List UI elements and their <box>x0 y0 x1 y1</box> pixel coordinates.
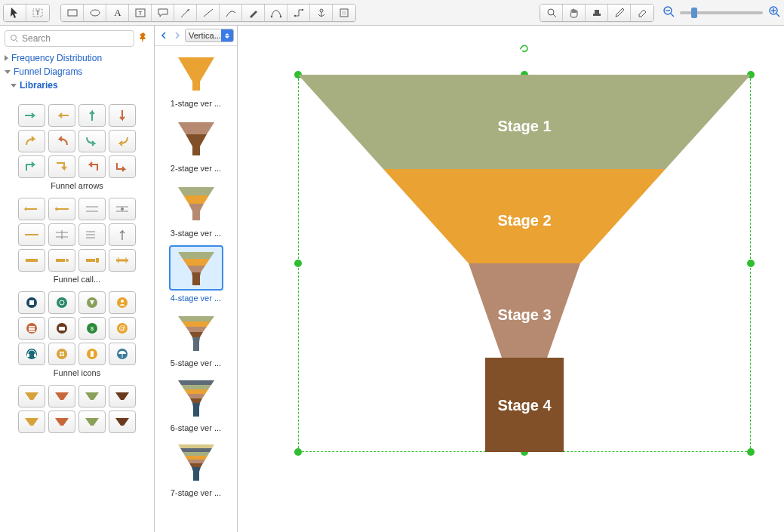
funnel-shape[interactable] <box>78 411 106 433</box>
connector-tool[interactable] <box>287 5 310 21</box>
anchor-tool[interactable] <box>310 5 333 21</box>
stamp-tool[interactable] <box>586 5 608 21</box>
zoom-tool[interactable] <box>540 5 563 21</box>
arrow-shape[interactable] <box>109 155 136 178</box>
zoom-in-button[interactable] <box>767 5 781 20</box>
arrow-shape[interactable] <box>18 130 45 152</box>
callout-tool[interactable] <box>152 5 174 21</box>
curve-tool[interactable] <box>220 5 242 21</box>
search-input[interactable]: Search <box>5 30 134 47</box>
chevron-right-icon <box>5 55 8 61</box>
icon-shape[interactable] <box>48 343 75 365</box>
icon-shape[interactable] <box>109 343 136 365</box>
icon-shape[interactable] <box>18 317 45 340</box>
rotate-handle[interactable] <box>519 43 530 54</box>
shape-label: 5-stage ver ... <box>159 358 232 367</box>
shape-5-stage[interactable]: 5-stage ver ... <box>159 310 232 367</box>
svg-rect-46 <box>86 259 95 262</box>
zoom-slider[interactable] <box>680 11 763 14</box>
select-chevrons-icon <box>221 29 233 42</box>
arrow-shape[interactable] <box>18 104 45 127</box>
text-select-tool[interactable]: T <box>26 5 49 21</box>
icon-shape[interactable] <box>18 291 45 314</box>
icon-shape[interactable]: $ <box>78 317 106 340</box>
callout-shape[interactable] <box>78 198 106 220</box>
text-tool[interactable]: A <box>106 5 129 21</box>
pointer-tool[interactable] <box>4 5 26 21</box>
line-tool[interactable] <box>197 5 220 21</box>
arrow-shape[interactable] <box>18 155 45 178</box>
callout-shape[interactable] <box>78 223 106 246</box>
icon-shape[interactable] <box>78 343 106 365</box>
arrow-shape[interactable] <box>78 104 106 127</box>
arrow-shape[interactable] <box>109 104 136 127</box>
shape-4-stage[interactable]: 4-stage ver ... <box>159 245 232 303</box>
shape-1-stage[interactable]: 1-stage ver ... <box>159 51 232 108</box>
svg-point-57 <box>121 300 124 303</box>
svg-marker-98 <box>187 266 205 272</box>
svg-line-27 <box>16 40 18 42</box>
callout-shape[interactable] <box>48 198 75 220</box>
eyedropper-tool[interactable] <box>608 5 631 21</box>
crop-tool[interactable] <box>333 5 355 21</box>
icon-shape[interactable] <box>18 343 45 365</box>
callout-shape[interactable] <box>109 223 136 246</box>
shape-2-stage[interactable]: 2-stage ver ... <box>159 115 232 173</box>
tree-frequency[interactable]: Frequency Distribution <box>3 51 151 65</box>
callout-shape[interactable] <box>78 249 106 272</box>
funnel-shape[interactable] <box>18 385 45 407</box>
funnel-shape[interactable] <box>109 411 136 433</box>
shape-7-stage[interactable]: 7-stage ver ... <box>159 440 232 497</box>
callout-shape[interactable] <box>18 223 45 246</box>
svg-rect-76 <box>91 351 94 357</box>
arrow-shape[interactable] <box>78 130 106 152</box>
svg-rect-95 <box>192 211 200 220</box>
textbox-tool[interactable]: T <box>129 5 152 21</box>
icon-shape[interactable]: @ <box>109 317 136 340</box>
zoom-out-button[interactable] <box>662 5 675 20</box>
funnel-shape[interactable] <box>48 411 75 433</box>
callout-shape[interactable] <box>48 249 75 272</box>
callout-shape[interactable] <box>48 223 75 246</box>
funnel-shape[interactable] <box>109 385 136 407</box>
drawing-canvas[interactable]: Stage 1 Stage 2 Stage 3 Stage 4 <box>238 26 784 532</box>
svg-marker-107 <box>178 380 214 385</box>
arrow-shape[interactable] <box>109 130 136 152</box>
hand-tool[interactable] <box>563 5 586 21</box>
forward-button[interactable] <box>171 29 183 42</box>
callout-shape[interactable] <box>109 198 136 220</box>
icon-shape[interactable] <box>48 291 75 314</box>
bezier-tool[interactable] <box>265 5 287 21</box>
icon-shape[interactable] <box>109 291 136 314</box>
callout-shape[interactable] <box>18 198 45 220</box>
funnel-chart[interactable]: Stage 1 Stage 2 Stage 3 Stage 4 <box>298 75 751 452</box>
svg-marker-119 <box>189 463 203 467</box>
chevron-down-icon <box>11 84 17 88</box>
ellipse-tool[interactable] <box>84 5 106 21</box>
icon-shape[interactable] <box>48 317 75 340</box>
svg-marker-112 <box>192 403 200 407</box>
shape-category-select[interactable]: Vertica... <box>185 29 234 42</box>
tree-libraries[interactable]: Libraries <box>3 78 151 92</box>
arrow-tool[interactable] <box>174 5 197 21</box>
pen-tool[interactable] <box>242 5 265 21</box>
shape-3-stage[interactable]: 3-stage ver ... <box>159 180 232 238</box>
svg-point-30 <box>55 208 58 211</box>
funnel-shape[interactable] <box>78 385 106 407</box>
back-button[interactable] <box>158 29 170 42</box>
tree-funnel-diagrams[interactable]: Funnel Diagrams <box>3 65 151 78</box>
funnel-shape[interactable] <box>18 411 45 433</box>
shape-6-stage[interactable]: 6-stage ver ... <box>159 375 232 432</box>
arrow-shape[interactable] <box>48 130 75 152</box>
svg-marker-90 <box>186 134 207 146</box>
callout-shape[interactable] <box>109 249 136 272</box>
callout-shape[interactable] <box>18 249 45 272</box>
funnel-shape[interactable] <box>48 385 75 407</box>
arrow-shape[interactable] <box>48 104 75 127</box>
eraser-tool[interactable] <box>631 5 653 21</box>
arrow-shape[interactable] <box>48 155 75 178</box>
arrow-shape[interactable] <box>78 155 106 178</box>
icon-shape[interactable] <box>78 291 106 314</box>
rectangle-tool[interactable] <box>61 5 84 21</box>
pin-icon[interactable] <box>137 32 149 46</box>
